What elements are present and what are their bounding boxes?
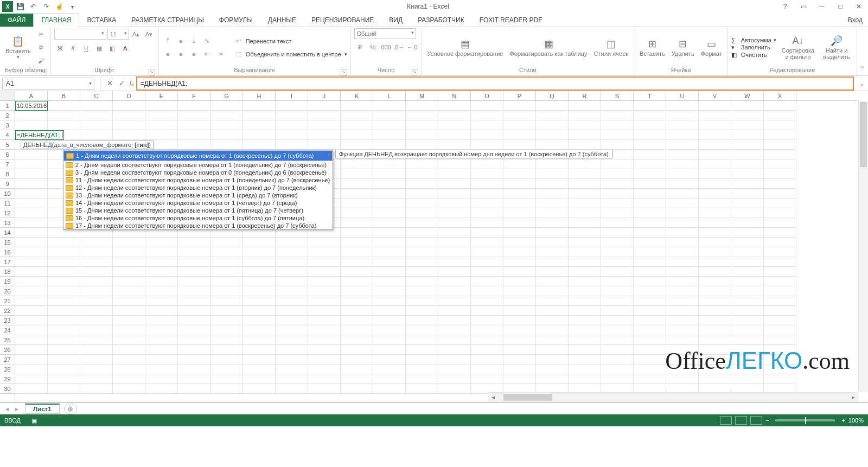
cell[interactable]	[145, 247, 178, 257]
cell[interactable]	[373, 179, 406, 189]
row-header[interactable]: 13	[0, 218, 15, 228]
cell[interactable]	[406, 277, 438, 286]
cell[interactable]	[699, 364, 731, 374]
cell[interactable]	[471, 355, 503, 364]
cell[interactable]	[15, 296, 48, 306]
cell[interactable]	[471, 267, 503, 277]
cell[interactable]	[699, 199, 731, 208]
cell[interactable]	[438, 199, 471, 208]
cell[interactable]	[178, 277, 210, 286]
cell[interactable]	[308, 286, 341, 296]
cell[interactable]	[178, 111, 210, 120]
column-header[interactable]: L	[373, 91, 406, 100]
cell[interactable]	[699, 111, 731, 120]
cell[interactable]	[113, 335, 145, 345]
cell[interactable]	[308, 238, 341, 247]
cell[interactable]	[601, 208, 634, 218]
cell[interactable]	[178, 286, 210, 296]
cell[interactable]	[699, 374, 731, 384]
currency-icon[interactable]: ₽	[354, 41, 366, 53]
cell[interactable]	[341, 325, 373, 335]
cell[interactable]	[601, 306, 634, 316]
cell[interactable]	[536, 355, 569, 364]
cell[interactable]	[503, 267, 536, 277]
cell[interactable]	[699, 150, 731, 159]
cell[interactable]	[341, 374, 373, 384]
cell[interactable]	[666, 247, 699, 257]
cell[interactable]	[634, 316, 666, 325]
cell[interactable]	[15, 286, 48, 296]
cell[interactable]	[471, 101, 503, 111]
row-header[interactable]: 23	[0, 316, 15, 325]
function-signature-tooltip[interactable]: ДЕНЬНЕД(дата_в_числовом_формате; [тип])	[21, 140, 154, 149]
cell[interactable]	[503, 238, 536, 247]
cell[interactable]	[308, 306, 341, 316]
cell[interactable]	[699, 286, 731, 296]
cell[interactable]	[601, 286, 634, 296]
cell[interactable]	[569, 238, 601, 247]
column-header[interactable]: S	[601, 91, 634, 100]
cell[interactable]	[601, 247, 634, 257]
cell[interactable]	[178, 355, 210, 364]
cell[interactable]	[308, 257, 341, 267]
cell[interactable]	[536, 228, 569, 238]
cell[interactable]	[503, 325, 536, 335]
cell[interactable]	[634, 355, 666, 364]
cell[interactable]	[601, 228, 634, 238]
cell[interactable]	[243, 238, 276, 247]
cell[interactable]	[243, 120, 276, 130]
column-header[interactable]: V	[699, 91, 731, 100]
indent-inc-icon[interactable]: ⇥	[214, 48, 226, 60]
cell[interactable]	[15, 335, 48, 345]
qat-touch-icon[interactable]: ☝	[53, 1, 65, 12]
tab-page-layout[interactable]: РАЗМЕТКА СТРАНИЦЫ	[124, 14, 212, 27]
font-size-select[interactable]: 11	[107, 29, 129, 40]
cell[interactable]	[569, 228, 601, 238]
cell[interactable]	[406, 208, 438, 218]
select-all-corner[interactable]	[0, 91, 15, 101]
cell[interactable]	[48, 277, 80, 286]
cell[interactable]	[699, 130, 731, 140]
qat-undo-icon[interactable]: ↶	[27, 1, 39, 12]
cell[interactable]	[276, 238, 308, 247]
cell[interactable]	[308, 111, 341, 120]
cell[interactable]	[536, 199, 569, 208]
cell[interactable]	[731, 101, 764, 111]
cell[interactable]	[341, 306, 373, 316]
cell[interactable]	[601, 316, 634, 325]
cell[interactable]	[406, 120, 438, 130]
tab-insert[interactable]: ВСТАВКА	[79, 14, 124, 27]
formula-input[interactable]: =ДЕНЬНЕД(A1;	[136, 76, 854, 91]
cell[interactable]	[471, 120, 503, 130]
cell[interactable]	[210, 286, 243, 296]
cell[interactable]	[15, 199, 48, 208]
cell[interactable]	[536, 325, 569, 335]
vertical-scrollbar[interactable]	[858, 101, 868, 392]
cell[interactable]	[503, 169, 536, 179]
cell[interactable]	[243, 296, 276, 306]
cell[interactable]	[536, 345, 569, 355]
cell[interactable]	[341, 120, 373, 130]
cell[interactable]	[536, 306, 569, 316]
cell[interactable]	[601, 218, 634, 228]
cell[interactable]	[178, 384, 210, 394]
cell[interactable]	[731, 364, 764, 374]
cell[interactable]	[699, 277, 731, 286]
cell[interactable]	[276, 306, 308, 316]
cell[interactable]	[699, 218, 731, 228]
qat-customize-icon[interactable]: ▾	[66, 1, 78, 12]
cell[interactable]	[406, 296, 438, 306]
cell[interactable]	[764, 130, 796, 140]
cell[interactable]	[634, 208, 666, 218]
dropdown-option[interactable]: 15 - Дням недели соответствуют порядковы…	[63, 207, 333, 214]
row-header[interactable]: 12	[0, 208, 15, 218]
cell[interactable]	[178, 238, 210, 247]
cell[interactable]	[341, 169, 373, 179]
cell[interactable]	[666, 257, 699, 267]
cell[interactable]	[764, 189, 796, 199]
cell[interactable]	[601, 267, 634, 277]
cell[interactable]	[438, 218, 471, 228]
cell[interactable]	[373, 189, 406, 199]
align-bottom-icon[interactable]: ⤓	[188, 35, 200, 47]
cell[interactable]	[243, 364, 276, 374]
